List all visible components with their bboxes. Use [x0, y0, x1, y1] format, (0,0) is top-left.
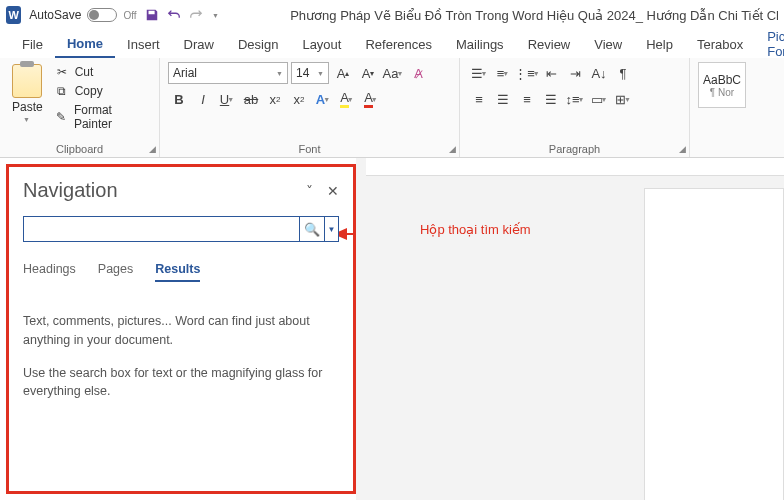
menu-home[interactable]: Home — [55, 31, 115, 58]
style-caption: ¶ Nor — [710, 87, 734, 98]
numbering-button[interactable]: ≡▼ — [492, 62, 514, 84]
menu-design[interactable]: Design — [226, 32, 290, 57]
decrease-indent-button[interactable]: ⇤ — [540, 62, 562, 84]
format-painter-button[interactable]: ✎Format Painter — [53, 102, 151, 132]
nav-body-text-1: Text, comments, pictures... Word can fin… — [23, 312, 339, 350]
cut-label: Cut — [75, 65, 94, 79]
ruler[interactable] — [366, 158, 784, 176]
cut-icon: ✂ — [55, 65, 69, 79]
cut-button[interactable]: ✂Cut — [53, 64, 151, 80]
sort-button[interactable]: A↓ — [588, 62, 610, 84]
paragraph-dialog-launcher-icon[interactable]: ◢ — [679, 144, 686, 154]
redo-icon[interactable] — [189, 7, 203, 23]
copy-button[interactable]: ⧉Copy — [53, 83, 151, 99]
highlight-button[interactable]: A▼ — [336, 88, 358, 110]
bullets-button[interactable]: ☰▼ — [468, 62, 490, 84]
undo-icon[interactable] — [167, 7, 181, 23]
line-spacing-button[interactable]: ↕≡▼ — [564, 88, 586, 110]
word-logo-icon: W — [6, 6, 21, 24]
strikethrough-button[interactable]: ab — [240, 88, 262, 110]
show-marks-button[interactable]: ¶ — [612, 62, 634, 84]
font-name-value: Arial — [173, 66, 197, 80]
paste-label: Paste — [12, 100, 43, 114]
toggle-icon[interactable] — [87, 8, 117, 22]
align-right-button[interactable]: ≡ — [516, 88, 538, 110]
align-left-button[interactable]: ≡ — [468, 88, 490, 110]
menu-picture-format[interactable]: Picture Forma — [755, 24, 784, 64]
document-area — [356, 158, 784, 500]
workspace: Navigation ˅ ✕ 🔍 ▼ Headings Pages Result… — [0, 158, 784, 500]
ribbon: Paste ▼ ✂Cut ⧉Copy ✎Format Painter Clipb… — [0, 58, 784, 158]
increase-font-button[interactable]: A▴ — [332, 62, 354, 84]
search-dropdown-icon[interactable]: ▼ — [325, 216, 339, 242]
decrease-font-button[interactable]: A▾ — [357, 62, 379, 84]
nav-tab-pages[interactable]: Pages — [98, 262, 133, 282]
collapse-icon[interactable]: ˅ — [306, 183, 313, 199]
text-effects-button[interactable]: A▼ — [312, 88, 334, 110]
font-color-button[interactable]: A▼ — [360, 88, 382, 110]
navigation-body: Text, comments, pictures... Word can fin… — [23, 312, 339, 401]
qat-dropdown-icon[interactable]: ▼ — [209, 7, 223, 23]
menu-references[interactable]: References — [353, 32, 443, 57]
autosave-state: Off — [123, 10, 136, 21]
title-bar: W AutoSave Off ▼ Phương Pháp Vẽ Biểu Đồ … — [0, 0, 784, 30]
navigation-pane: Navigation ˅ ✕ 🔍 ▼ Headings Pages Result… — [6, 164, 356, 494]
borders-button[interactable]: ⊞▼ — [612, 88, 634, 110]
paste-button[interactable]: Paste ▼ — [8, 62, 47, 141]
clear-formatting-button[interactable]: A̷ — [407, 62, 429, 84]
ribbon-group-clipboard: Paste ▼ ✂Cut ⧉Copy ✎Format Painter Clipb… — [0, 58, 160, 157]
menu-review[interactable]: Review — [516, 32, 583, 57]
justify-button[interactable]: ☰ — [540, 88, 562, 110]
menu-help[interactable]: Help — [634, 32, 685, 57]
copy-label: Copy — [75, 84, 103, 98]
font-size-value: 14 — [296, 66, 309, 80]
font-dialog-launcher-icon[interactable]: ◢ — [449, 144, 456, 154]
shading-button[interactable]: ▭▼ — [588, 88, 610, 110]
menu-terabox[interactable]: Terabox — [685, 32, 755, 57]
format-painter-icon: ✎ — [55, 110, 68, 124]
style-normal[interactable]: AaBbC ¶ Nor — [698, 62, 746, 108]
format-painter-label: Format Painter — [74, 103, 149, 131]
search-icon[interactable]: 🔍 — [299, 216, 325, 242]
navigation-title: Navigation — [23, 179, 118, 202]
font-group-label: Font — [168, 141, 451, 155]
annotation-label: Hộp thoại tìm kiếm — [420, 222, 531, 237]
menu-draw[interactable]: Draw — [172, 32, 226, 57]
document-page[interactable] — [644, 188, 784, 500]
save-icon[interactable] — [145, 7, 159, 23]
multilevel-list-button[interactable]: ⋮≡▼ — [516, 62, 538, 84]
align-center-button[interactable]: ☰ — [492, 88, 514, 110]
close-icon[interactable]: ✕ — [327, 183, 339, 199]
chevron-down-icon[interactable]: ▼ — [23, 116, 30, 123]
menu-insert[interactable]: Insert — [115, 32, 172, 57]
subscript-button[interactable]: x2 — [264, 88, 286, 110]
menu-layout[interactable]: Layout — [290, 32, 353, 57]
chevron-down-icon: ▼ — [276, 70, 283, 77]
nav-tab-headings[interactable]: Headings — [23, 262, 76, 282]
ribbon-group-paragraph: ☰▼ ≡▼ ⋮≡▼ ⇤ ⇥ A↓ ¶ ≡ ☰ ≡ ☰ ↕≡▼ ▭▼ ⊞▼ Par… — [460, 58, 690, 157]
paragraph-group-label: Paragraph — [468, 141, 681, 155]
bold-button[interactable]: B — [168, 88, 190, 110]
superscript-button[interactable]: x2 — [288, 88, 310, 110]
style-sample: AaBbC — [703, 73, 741, 87]
clipboard-dialog-launcher-icon[interactable]: ◢ — [149, 144, 156, 154]
document-title: Phương Pháp Vẽ Biểu Đồ Tròn Trong Word H… — [290, 8, 778, 23]
nav-tab-results[interactable]: Results — [155, 262, 200, 282]
menu-mailings[interactable]: Mailings — [444, 32, 516, 57]
copy-icon: ⧉ — [55, 84, 69, 98]
menu-bar: File Home Insert Draw Design Layout Refe… — [0, 30, 784, 58]
autosave-toggle[interactable]: AutoSave Off — [29, 8, 136, 22]
menu-view[interactable]: View — [582, 32, 634, 57]
menu-file[interactable]: File — [10, 32, 55, 57]
font-size-select[interactable]: 14▼ — [291, 62, 329, 84]
search-input[interactable] — [23, 216, 299, 242]
change-case-button[interactable]: Aa▼ — [382, 62, 404, 84]
ribbon-group-font: Arial▼ 14▼ A▴ A▾ Aa▼ A̷ B I U▼ ab x2 x2 … — [160, 58, 460, 157]
search-box[interactable]: 🔍 ▼ — [23, 216, 339, 242]
ribbon-group-styles: AaBbC ¶ Nor — [690, 58, 750, 157]
increase-indent-button[interactable]: ⇥ — [564, 62, 586, 84]
underline-button[interactable]: U▼ — [216, 88, 238, 110]
italic-button[interactable]: I — [192, 88, 214, 110]
font-name-select[interactable]: Arial▼ — [168, 62, 288, 84]
autosave-label: AutoSave — [29, 8, 81, 22]
